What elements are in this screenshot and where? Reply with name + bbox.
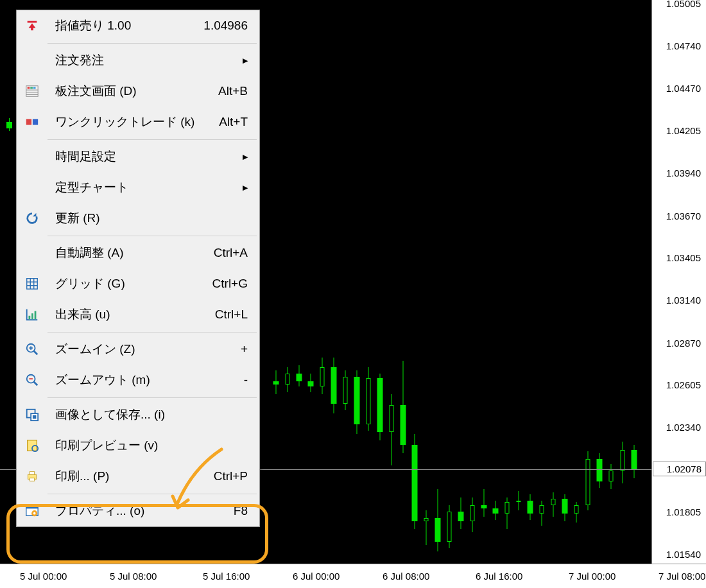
menu-item-label: 板注文画面 (D) bbox=[47, 83, 202, 99]
dom-icon bbox=[17, 76, 47, 107]
time-axis: 5 Jul 00:005 Jul 08:005 Jul 16:006 Jul 0… bbox=[0, 564, 706, 588]
menu-item-label: 自動調整 (A) bbox=[47, 245, 202, 261]
menu-item[interactable]: 時間足設定▶ bbox=[17, 141, 259, 172]
y-tick: 1.01540 bbox=[666, 549, 701, 560]
menu-item-shortcut: Ctrl+L bbox=[202, 307, 259, 322]
menu-item[interactable]: 印刷... (P)Ctrl+P bbox=[17, 461, 259, 492]
svg-line-13 bbox=[34, 351, 38, 355]
menu-item-label: ワンクリックトレード (k) bbox=[47, 114, 202, 130]
menu-item-shortcut: 1.04986 bbox=[202, 19, 259, 33]
menu-item[interactable]: ズームアウト (m)- bbox=[17, 365, 259, 395]
menu-item-label: 印刷プレビュー (v) bbox=[47, 437, 202, 454]
y-tick: 1.03670 bbox=[666, 211, 701, 221]
submenu-arrow-icon: ▶ bbox=[243, 153, 259, 161]
menu-item-shortcut: + bbox=[202, 342, 259, 356]
menu-item-shortcut: Alt+T bbox=[202, 115, 259, 129]
y-tick: 1.04740 bbox=[666, 40, 701, 51]
zoom-out-icon bbox=[17, 365, 47, 395]
x-tick: 5 Jul 00:00 bbox=[20, 571, 67, 582]
print-icon bbox=[17, 461, 47, 492]
menu-item-label: 定型チャート bbox=[47, 179, 243, 196]
svg-rect-25 bbox=[30, 478, 34, 481]
svg-rect-2 bbox=[30, 87, 33, 89]
y-tick: 1.03405 bbox=[666, 252, 701, 263]
menu-item-label: 指値売り 1.00 bbox=[47, 17, 202, 34]
menu-separator bbox=[17, 395, 259, 399]
x-tick: 5 Jul 16:00 bbox=[203, 571, 250, 582]
menu-item[interactable]: グリッド (G)Ctrl+G bbox=[17, 268, 259, 299]
grid-icon bbox=[17, 268, 47, 299]
svg-rect-7 bbox=[26, 119, 31, 125]
svg-rect-9 bbox=[29, 316, 31, 320]
menu-item-shortcut: Ctrl+P bbox=[202, 469, 259, 483]
svg-point-29 bbox=[33, 512, 36, 515]
menu-item[interactable]: 更新 (R) bbox=[17, 203, 259, 234]
menu-icon-empty bbox=[17, 141, 47, 172]
submenu-arrow-icon: ▶ bbox=[243, 56, 259, 65]
save-image-icon bbox=[17, 399, 47, 430]
price-axis: 1.050051.047401.044701.042051.039401.036… bbox=[651, 0, 706, 564]
menu-item-label: ズームイン (Z) bbox=[47, 341, 202, 358]
menu-icon-empty bbox=[17, 172, 47, 203]
submenu-arrow-icon: ▶ bbox=[243, 184, 259, 192]
properties-icon bbox=[17, 496, 47, 526]
menu-item[interactable]: 自動調整 (A)Ctrl+A bbox=[17, 238, 259, 268]
sell-limit-icon bbox=[17, 10, 47, 41]
menu-item-shortcut: Alt+B bbox=[202, 84, 259, 98]
menu-item[interactable]: ワンクリックトレード (k)Alt+T bbox=[17, 107, 259, 137]
menu-item-label: 注文発注 bbox=[47, 52, 243, 69]
svg-rect-24 bbox=[30, 472, 34, 475]
menu-icon-empty bbox=[17, 45, 47, 76]
y-tick: 1.02605 bbox=[666, 379, 701, 390]
x-tick: 7 Jul 08:00 bbox=[659, 571, 705, 582]
y-tick: 1.01805 bbox=[666, 506, 701, 517]
y-tick: 1.02340 bbox=[666, 422, 701, 433]
y-tick: 1.02870 bbox=[666, 338, 701, 349]
svg-rect-1 bbox=[28, 87, 30, 89]
menu-item-shortcut: Ctrl+G bbox=[202, 277, 259, 291]
menu-item[interactable]: 板注文画面 (D)Alt+B bbox=[17, 76, 259, 107]
menu-icon-empty bbox=[17, 238, 47, 268]
zoom-in-icon bbox=[17, 334, 47, 365]
menu-item-label: 更新 (R) bbox=[47, 210, 202, 227]
menu-item-label: グリッド (G) bbox=[47, 275, 202, 292]
menu-item[interactable]: 出来高 (u)Ctrl+L bbox=[17, 299, 259, 330]
menu-item-label: ズームアウト (m) bbox=[47, 372, 202, 388]
x-tick: 6 Jul 08:00 bbox=[383, 571, 429, 582]
menu-separator bbox=[17, 234, 259, 238]
y-tick: 1.03940 bbox=[666, 168, 701, 178]
x-tick: 5 Jul 08:00 bbox=[110, 571, 157, 582]
print-preview-icon bbox=[17, 430, 47, 461]
menu-item[interactable]: 注文発注▶ bbox=[17, 45, 259, 76]
svg-rect-8 bbox=[33, 119, 38, 125]
menu-item[interactable]: ズームイン (Z)+ bbox=[17, 334, 259, 365]
y-tick: 1.04205 bbox=[666, 125, 701, 136]
y-tick: 1.05005 bbox=[666, 0, 701, 9]
svg-rect-27 bbox=[26, 506, 38, 509]
menu-item[interactable]: 定型チャート▶ bbox=[17, 172, 259, 203]
x-tick: 7 Jul 00:00 bbox=[569, 571, 616, 582]
menu-item[interactable]: プロパティ... (o)F8 bbox=[17, 496, 259, 526]
refresh-icon bbox=[17, 203, 47, 234]
menu-item[interactable]: 指値売り 1.001.04986 bbox=[17, 10, 259, 41]
volume-icon bbox=[17, 299, 47, 330]
x-tick: 6 Jul 16:00 bbox=[476, 571, 522, 582]
menu-item-label: プロパティ... (o) bbox=[47, 503, 202, 519]
y-tick: 1.03140 bbox=[666, 295, 701, 306]
menu-separator bbox=[17, 330, 259, 334]
svg-line-17 bbox=[34, 382, 38, 386]
x-tick: 6 Jul 00:00 bbox=[293, 571, 340, 582]
y-tick: 1.04470 bbox=[666, 83, 701, 94]
chart-context-menu: 指値売り 1.001.04986注文発注▶板注文画面 (D)Alt+Bワンクリッ… bbox=[16, 10, 260, 527]
menu-item-shortcut: F8 bbox=[202, 504, 259, 518]
menu-item-shortcut: Ctrl+A bbox=[202, 246, 259, 260]
current-price-label: 1.02078 bbox=[653, 462, 706, 476]
menu-separator bbox=[17, 41, 259, 45]
svg-rect-3 bbox=[33, 87, 36, 89]
menu-item-label: 画像として保存... (i) bbox=[47, 406, 202, 423]
menu-separator bbox=[17, 137, 259, 141]
menu-item[interactable]: 画像として保存... (i) bbox=[17, 399, 259, 430]
menu-separator bbox=[17, 492, 259, 496]
menu-item[interactable]: 印刷プレビュー (v) bbox=[17, 430, 259, 461]
menu-item-label: 時間足設定 bbox=[47, 148, 243, 165]
